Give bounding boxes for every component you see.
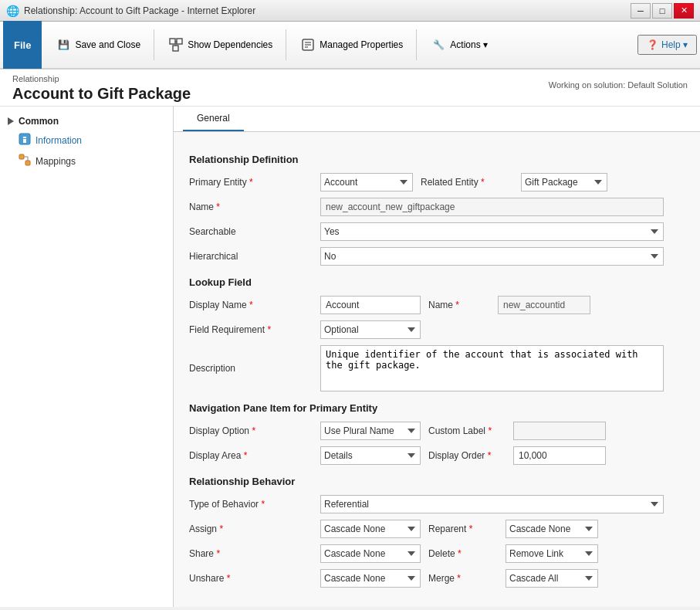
information-icon	[19, 133, 31, 147]
help-icon: ❓	[647, 39, 658, 50]
close-button[interactable]: ✕	[674, 3, 694, 19]
svg-rect-12	[19, 154, 24, 159]
merge-select[interactable]: Cascade All	[506, 569, 598, 588]
type-of-behavior-row: Type of Behavior * Referential	[189, 495, 685, 513]
display-area-row: Display Area * Details Display Order *	[189, 446, 685, 465]
name-row: Name *	[189, 198, 685, 216]
collapse-icon	[8, 117, 14, 125]
custom-label-label: Custom Label *	[428, 425, 506, 436]
ribbon-separator-3	[416, 29, 417, 60]
display-order-label: Display Order *	[428, 450, 506, 461]
searchable-select[interactable]: Yes	[320, 222, 664, 241]
dependencies-icon	[167, 36, 184, 53]
nav-pane-title: Navigation Pane Item for Primary Entity	[189, 402, 685, 414]
display-name-input[interactable]	[320, 296, 421, 314]
delete-label: Delete *	[428, 548, 498, 559]
merge-label: Merge *	[428, 573, 498, 584]
minimize-button[interactable]: ─	[631, 3, 651, 19]
unshare-label: Unshare *	[189, 573, 313, 584]
svg-rect-10	[23, 137, 26, 138]
display-order-input[interactable]	[513, 446, 606, 465]
svg-rect-1	[177, 39, 182, 44]
sidebar-common-header: Common	[0, 113, 173, 130]
working-on-label: Working on solution: Default Solution	[549, 80, 688, 90]
searchable-label: Searchable	[189, 226, 313, 237]
actions-icon: 🔧	[430, 36, 447, 53]
share-select[interactable]: Cascade None	[320, 544, 421, 563]
name-input[interactable]	[320, 198, 664, 216]
assign-select[interactable]: Cascade None	[320, 520, 421, 538]
searchable-row: Searchable Yes	[189, 222, 685, 241]
display-option-row: Display Option * Use Plural Name Custom …	[189, 422, 685, 440]
file-button[interactable]: File	[3, 21, 42, 69]
relationship-definition-title: Relationship Definition	[189, 154, 685, 165]
reparent-select[interactable]: Cascade None	[506, 520, 598, 538]
save-icon: 💾	[55, 36, 72, 53]
svg-rect-11	[23, 139, 26, 143]
display-area-select[interactable]: Details	[320, 446, 421, 465]
reparent-label: Reparent *	[428, 524, 498, 534]
breadcrumb: Relationship	[12, 74, 191, 83]
actions-button[interactable]: 🔧 Actions ▾	[421, 26, 496, 63]
display-option-select[interactable]: Use Plural Name	[320, 422, 421, 440]
assign-label: Assign *	[189, 524, 313, 534]
share-row: Share * Cascade None Delete * Remove Lin…	[189, 544, 685, 563]
display-name-row: Display Name * Name *	[189, 296, 685, 314]
share-label: Share *	[189, 548, 313, 559]
name-label: Name *	[189, 202, 313, 212]
type-of-behavior-select[interactable]: Referential	[320, 495, 664, 513]
sidebar-label-information: Information	[36, 135, 82, 146]
window-title: Relationship: Account to Gift Package - …	[24, 5, 255, 16]
ribbon: File 💾 Save and Close Show Dependencies …	[0, 22, 700, 69]
relationship-behavior-title: Relationship Behavior	[189, 476, 685, 487]
custom-label-input[interactable]	[513, 422, 606, 440]
content-area: General Relationship Definition Primary …	[174, 107, 700, 607]
hierarchical-select[interactable]: No	[320, 247, 664, 266]
display-option-label: Display Option *	[189, 425, 313, 436]
title-bar: 🌐 Relationship: Account to Gift Package …	[0, 0, 700, 22]
form-content: Relationship Definition Primary Entity *…	[174, 132, 700, 605]
sidebar-label-mappings: Mappings	[36, 156, 76, 167]
display-name-label: Display Name *	[189, 300, 313, 310]
unshare-row: Unshare * Cascade None Merge * Cascade A…	[189, 569, 685, 588]
managed-properties-button[interactable]: Managed Properties	[291, 26, 411, 63]
sidebar-item-mappings[interactable]: Mappings	[0, 151, 173, 171]
tab-bar: General	[174, 107, 700, 132]
sidebar-item-information[interactable]: Information	[0, 130, 173, 151]
delete-select[interactable]: Remove Link	[506, 544, 598, 563]
related-entity-label: Related Entity *	[421, 177, 513, 188]
tab-general[interactable]: General	[183, 107, 244, 131]
mappings-icon	[19, 154, 31, 168]
unshare-select[interactable]: Cascade None	[320, 569, 421, 588]
show-dependencies-button[interactable]: Show Dependencies	[159, 26, 281, 63]
field-requirement-select[interactable]: Optional	[320, 320, 421, 339]
field-requirement-row: Field Requirement * Optional	[189, 320, 685, 339]
type-of-behavior-label: Type of Behavior *	[189, 499, 313, 510]
primary-entity-select[interactable]: Account	[320, 173, 413, 191]
description-label: Description	[189, 363, 313, 374]
ribbon-separator-2	[286, 29, 286, 60]
svg-rect-2	[173, 46, 178, 51]
managed-properties-icon	[299, 36, 316, 53]
related-entity-select[interactable]: Gift Package	[521, 173, 607, 191]
sidebar: Common Information Mappings	[0, 107, 174, 607]
ribbon-separator-1	[154, 29, 154, 60]
primary-entity-label: Primary Entity *	[189, 177, 313, 188]
name-id-input[interactable]	[498, 296, 590, 314]
restore-button[interactable]: □	[652, 3, 672, 19]
ie-icon: 🌐	[6, 5, 19, 17]
main-layout: Common Information Mappings General Rela…	[0, 107, 700, 607]
save-close-button[interactable]: 💾 Save and Close	[46, 26, 149, 63]
lookup-field-title: Lookup Field	[189, 276, 685, 288]
primary-entity-row: Primary Entity * Account Related Entity …	[189, 173, 685, 191]
display-area-label: Display Area *	[189, 450, 313, 461]
breadcrumb-area: Relationship Account to Gift Package Wor…	[0, 69, 700, 107]
field-requirement-label: Field Requirement *	[189, 324, 313, 335]
hierarchical-row: Hierarchical No	[189, 247, 685, 266]
help-button[interactable]: ❓ Help ▾	[637, 35, 697, 55]
hierarchical-label: Hierarchical	[189, 251, 313, 262]
description-textarea[interactable]: Unique identifier of the account that is…	[320, 345, 664, 391]
page-title: Account to Gift Package	[12, 85, 191, 103]
description-row: Description Unique identifier of the acc…	[189, 345, 685, 391]
assign-row: Assign * Cascade None Reparent * Cascade…	[189, 520, 685, 538]
